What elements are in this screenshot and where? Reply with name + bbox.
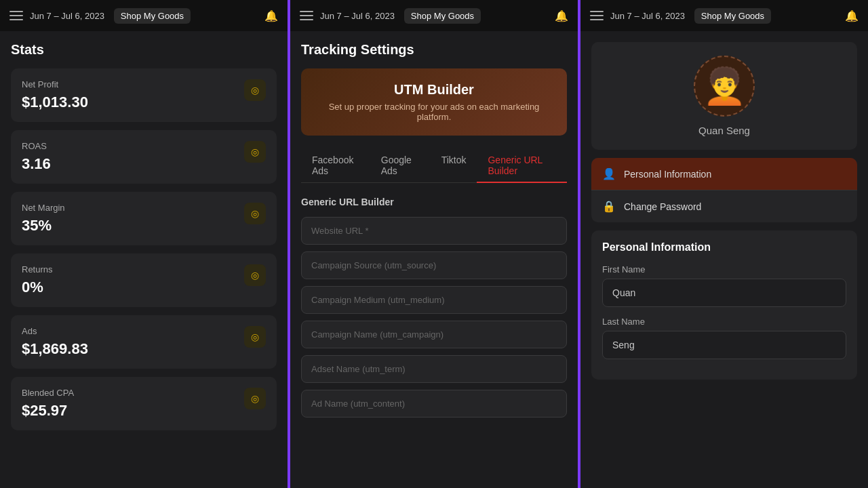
stats-bell-icon[interactable]: 🔔: [264, 9, 278, 22]
profile-shop[interactable]: Shop My Goods: [694, 8, 771, 24]
stat-card-blended-cpa: Blended CPA $25.97 ◎: [11, 377, 277, 430]
stat-icon-ads: ◎: [244, 326, 266, 348]
person-icon: 👤: [602, 167, 616, 180]
campaign-name-input[interactable]: [301, 321, 567, 348]
personal-info-section-title: Personal Information: [602, 241, 846, 253]
utm-banner-subtitle: Set up proper tracking for your ads on e…: [315, 102, 553, 122]
menu-icon[interactable]: [9, 9, 23, 22]
stat-value-net-margin: 35%: [22, 217, 65, 235]
tab-generic-url-builder[interactable]: Generic URL Builder: [477, 149, 567, 183]
stat-icon-blended-cpa: ◎: [244, 388, 266, 409]
avatar: 🧑‍🦱: [694, 56, 755, 117]
stat-label-net-margin: Net Margin: [22, 203, 65, 213]
lock-icon: 🔒: [602, 200, 616, 213]
stat-icon-net-margin: ◎: [244, 203, 266, 224]
profile-date: Jun 7 – Jul 6, 2023: [610, 11, 685, 21]
stat-value-roas: 3.16: [22, 155, 51, 173]
utm-banner-title: UTM Builder: [315, 82, 553, 98]
avatar-emoji: 🧑‍🦱: [703, 68, 747, 104]
campaign-medium-input[interactable]: [301, 286, 567, 314]
stats-date: Jun 7 – Jul 6, 2023: [30, 11, 104, 21]
menu-item-change-password[interactable]: 🔒 Change Password: [591, 190, 857, 222]
last-name-label: Last Name: [602, 317, 846, 327]
generic-url-section-label: Generic URL Builder: [301, 197, 567, 207]
stat-card-roas: ROAS 3.16 ◎: [11, 130, 277, 184]
tracking-menu-icon[interactable]: [300, 9, 313, 22]
ad-name-input[interactable]: [301, 390, 567, 418]
personal-info-section: Personal Information First Name Last Nam…: [591, 230, 857, 380]
profile-content: 🧑‍🦱 Quan Seng 👤 Personal Information 🔒 C…: [580, 31, 868, 488]
first-name-label: First Name: [602, 264, 846, 274]
menu-item-personal-info[interactable]: 👤 Personal Information: [591, 158, 857, 190]
personal-info-label: Personal Information: [624, 169, 711, 180]
profile-menu-icon[interactable]: [590, 9, 604, 22]
profile-panel: Jun 7 – Jul 6, 2023 Shop My Goods 🔔 🧑‍🦱 …: [580, 0, 868, 488]
adset-name-input[interactable]: [301, 355, 567, 383]
stat-label-returns: Returns: [22, 264, 53, 274]
tracking-shop[interactable]: Shop My Goods: [404, 8, 481, 24]
profile-topbar: Jun 7 – Jul 6, 2023 Shop My Goods 🔔: [580, 0, 868, 31]
stat-value-blended-cpa: $25.97: [22, 402, 74, 420]
stat-label-net-profit: Net Profit: [22, 79, 88, 89]
utm-banner: UTM Builder Set up proper tracking for y…: [301, 68, 567, 136]
change-password-label: Change Password: [624, 201, 701, 212]
campaign-source-input[interactable]: [301, 251, 567, 279]
stat-icon-net-profit: ◎: [244, 79, 266, 101]
stat-card-net-profit: Net Profit $1,013.30 ◎: [11, 68, 277, 122]
stat-label-blended-cpa: Blended CPA: [22, 388, 74, 398]
stats-content: Stats Net Profit $1,013.30 ◎ ROAS 3.16 ◎…: [0, 31, 288, 488]
stat-card-ads: Ads $1,869.83 ◎: [11, 315, 277, 369]
stats-title: Stats: [11, 42, 277, 58]
profile-bell-icon[interactable]: 🔔: [845, 9, 859, 22]
profile-menu: 👤 Personal Information 🔒 Change Password: [591, 158, 857, 222]
tracking-content: Tracking Settings UTM Builder Set up pro…: [290, 31, 578, 488]
tracking-date: Jun 7 – Jul 6, 2023: [320, 11, 395, 21]
stat-value-returns: 0%: [22, 279, 53, 296]
first-name-input[interactable]: [602, 279, 846, 307]
tab-facebook-ads[interactable]: Facebook Ads: [301, 149, 370, 183]
tab-google-ads[interactable]: Google Ads: [370, 149, 431, 183]
stat-value-ads: $1,869.83: [22, 340, 88, 358]
stats-panel: Jun 7 – Jul 6, 2023 Shop My Goods 🔔 Stat…: [0, 0, 288, 488]
tracking-tabs: Facebook Ads Google Ads Tiktok Generic U…: [301, 149, 567, 183]
stat-card-returns: Returns 0% ◎: [11, 253, 277, 307]
stats-topbar: Jun 7 – Jul 6, 2023 Shop My Goods 🔔: [0, 0, 288, 31]
stat-value-net-profit: $1,013.30: [22, 94, 88, 111]
tracking-topbar: Jun 7 – Jul 6, 2023 Shop My Goods 🔔: [290, 0, 578, 31]
stat-icon-returns: ◎: [244, 264, 266, 286]
stats-shop[interactable]: Shop My Goods: [114, 8, 191, 24]
website-url-input[interactable]: [301, 217, 567, 245]
stat-icon-roas: ◎: [244, 141, 266, 163]
last-name-input[interactable]: [602, 331, 846, 359]
profile-username: Quan Seng: [698, 125, 750, 136]
profile-card: 🧑‍🦱 Quan Seng: [591, 42, 857, 150]
tab-tiktok[interactable]: Tiktok: [431, 149, 477, 183]
stat-label-roas: ROAS: [22, 141, 51, 151]
tracking-title: Tracking Settings: [301, 42, 567, 58]
stat-label-ads: Ads: [22, 326, 88, 336]
tracking-panel: Jun 7 – Jul 6, 2023 Shop My Goods 🔔 Trac…: [290, 0, 578, 488]
stat-card-net-margin: Net Margin 35% ◎: [11, 192, 277, 245]
tracking-bell-icon[interactable]: 🔔: [555, 9, 568, 22]
